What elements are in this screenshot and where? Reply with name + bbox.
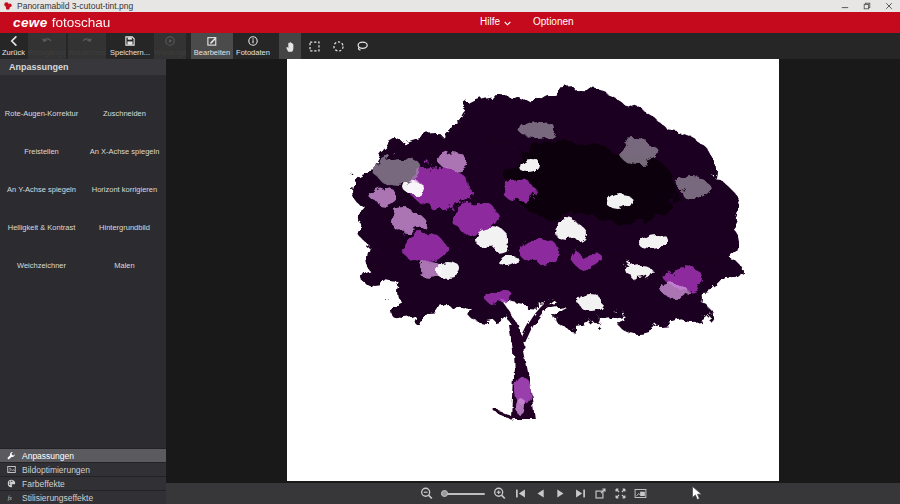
zoom-slider[interactable] [441,488,485,499]
tree-image [287,59,779,481]
slideshow-icon [634,487,647,500]
info-icon [247,35,259,47]
zoom-in-button[interactable] [492,486,507,501]
adjustment-an-y-achse-spiegeln[interactable]: An Y-Achse spiegeln [0,159,83,197]
adjustment-zuschneiden[interactable]: Zuschneiden [83,83,166,121]
minimize-icon[interactable] [834,0,856,12]
wiederherstellen-button: Wiederherstellen [68,33,106,59]
app-header: cewefotoschau HilfeOptionen [0,12,900,33]
adjustment-helligkeit-kontrast[interactable]: Helligkeit & Kontrast [0,197,83,235]
category-accordion: AnpassungenBildoptimierungenFarbeffektef… [0,448,166,504]
malen-label: Malen [114,261,134,270]
palette-icon [7,479,16,488]
menu-optionen-label: Optionen [533,16,574,27]
toolbar-buttons: ZurückRückgängigWiederherstellenSpeicher… [0,33,273,59]
nav-last-button[interactable] [574,487,587,500]
titlebar: Panoramabild 3-cutout-tint.png [0,0,900,12]
zurueck-button[interactable]: Zurück [0,33,27,59]
ellipse-select-tool[interactable] [327,33,349,59]
logo-bold: cewe [13,15,48,30]
zuschneiden-label: Zuschneiden [103,109,146,118]
section-bildoptimierungen-label: Bildoptimierungen [22,465,90,475]
rote-augen-korrektur-label: Rote-Augen-Korrektur [5,109,78,118]
slideshow-view-button[interactable] [634,487,647,500]
hand-icon [284,40,297,53]
adjustment-malen[interactable]: Malen [83,235,166,273]
canvas-area [166,59,900,483]
fotodaten-button[interactable]: Fotodaten [233,33,273,59]
wrench-icon [7,451,16,460]
nav-next-button[interactable] [554,487,567,500]
menu-hilfe-label: Hilfe [480,16,500,27]
expand-icon [614,487,627,500]
wiedergabe-button: Wiedergabe [154,33,186,59]
adjustment-grid: Rote-Augen-KorrekturZuschneidenFreistell… [0,75,166,273]
section-anpassungen[interactable]: Anpassungen [0,448,166,462]
maximize-icon[interactable] [856,0,878,12]
rect-select-tool[interactable] [303,33,325,59]
fit-selection-icon [594,487,607,500]
header-menus: HilfeOptionen [480,16,574,27]
zoom-out-button[interactable] [419,486,434,501]
nav-last-icon [574,487,587,500]
speichern-button[interactable]: Speichern... [107,33,153,59]
adjustment-weichzeichner[interactable]: Weichzeichner [0,235,83,273]
lasso-tool[interactable] [351,33,373,59]
image-icon [7,465,16,474]
nav-next-icon [554,487,567,500]
sidebar-header: Anpassungen [0,59,166,75]
fx-icon: fx [7,493,16,502]
window-title: Panoramabild 3-cutout-tint.png [17,0,133,12]
undo-icon [41,35,53,47]
weichzeichner-label: Weichzeichner [17,261,66,270]
section-stilisierungseffekte-label: Stilisierungseffekte [22,493,93,503]
rect-select-icon [308,40,321,53]
section-stilisierungseffekte[interactable]: fxStilisierungseffekte [0,490,166,504]
back-chevron-icon [8,35,20,47]
zoom-out-icon [419,486,434,501]
hand-tool[interactable] [279,33,301,59]
zoom-in-icon [492,486,507,501]
horizont-korrigieren-label: Horizont korrigieren [92,185,157,194]
an-x-achse-spiegeln-label: An X-Achse spiegeln [90,147,160,156]
hintergrundbild-label: Hintergrundbild [99,223,150,232]
freistellen-label: Freistellen [24,147,59,156]
edit-icon [206,35,218,47]
logo-rest: fotoschau [52,15,111,30]
window-controls [834,0,900,12]
adjustment-rote-augen-korrektur[interactable]: Rote-Augen-Korrektur [0,83,83,121]
adjustment-an-x-achse-spiegeln[interactable]: An X-Achse spiegeln [83,121,166,159]
toolbar-tools [279,33,373,59]
adjustment-freistellen[interactable]: Freistellen [0,121,83,159]
wiedergabe-label: Wiedergabe [154,48,186,57]
section-farbeffekte-label: Farbeffekte [22,479,65,489]
chevron-down-icon [504,21,511,26]
fullscreen-button[interactable] [614,487,627,500]
menu-optionen[interactable]: Optionen [533,16,574,27]
lasso-icon [356,40,369,53]
redo-icon [81,35,93,47]
bearbeiten-button[interactable]: Bearbeiten [191,33,233,59]
zurueck-label: Zurück [2,48,25,57]
nav-first-icon [514,487,527,500]
menu-hilfe[interactable]: Hilfe [480,16,511,27]
section-bildoptimierungen[interactable]: Bildoptimierungen [0,462,166,476]
close-icon[interactable] [878,0,900,12]
image-canvas[interactable] [287,59,779,481]
nav-prev-button[interactable] [534,487,547,500]
zoom-toolbar [166,483,900,504]
zoom-slider-handle[interactable] [441,490,448,497]
main-toolbar: ZurückRückgängigWiederherstellenSpeicher… [0,33,900,59]
mouse-cursor [692,486,703,504]
speichern-label: Speichern... [110,48,150,57]
svg-text:fx: fx [8,495,13,501]
play-circle-icon [164,35,176,47]
nav-first-button[interactable] [514,487,527,500]
wiederherstellen-label: Wiederherstellen [68,48,106,57]
fit-selection-button[interactable] [594,487,607,500]
adjustment-hintergrundbild[interactable]: Hintergrundbild [83,197,166,235]
adjustment-horizont-korrigieren[interactable]: Horizont korrigieren [83,159,166,197]
nav-prev-icon [534,487,547,500]
section-farbeffekte[interactable]: Farbeffekte [0,476,166,490]
app-logo-icon [3,1,13,11]
